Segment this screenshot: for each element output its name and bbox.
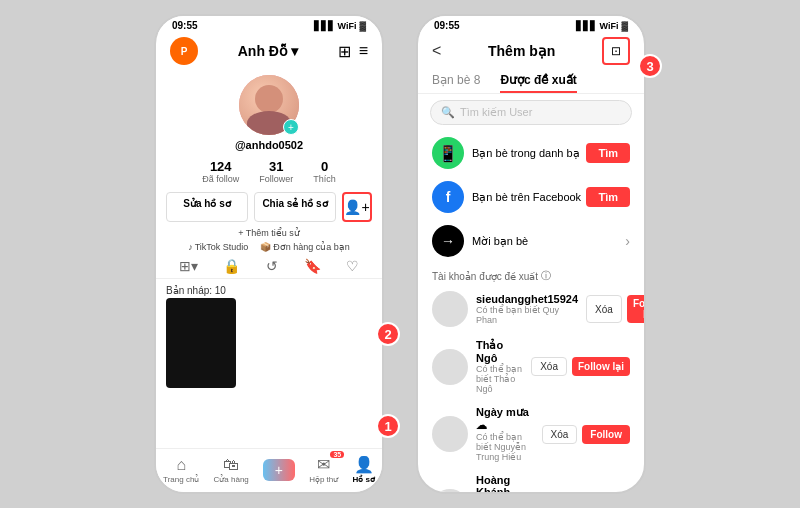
tiktok-links: ♪ TikTok Studio 📦 Đơn hàng của bạn — [156, 240, 382, 254]
user-actions-1: Xóa Follow lại — [531, 357, 630, 376]
edit-profile-button[interactable]: Sửa hồ sơ — [166, 192, 248, 222]
grid-tab[interactable]: ⊞▾ — [179, 258, 198, 274]
chevron-icon[interactable]: ▾ — [291, 43, 298, 59]
orders-link[interactable]: 📦 Đơn hàng của bạn — [260, 242, 350, 252]
user-row: sieudangghet15924 Có thể bạn biết Quy Ph… — [418, 285, 644, 333]
stat-followers[interactable]: 31 Follower — [259, 159, 293, 184]
user-info-1: Thảo Ngô Có thể bạn biết Thảo Ngô — [476, 339, 523, 394]
delete-button-0[interactable]: Xóa — [586, 295, 622, 323]
like-tab[interactable]: ♡ — [346, 258, 359, 274]
user-name-3: Hoàng Khánh Linh — [476, 474, 534, 494]
right-phone: 09:55 ▋▋▋ WiFi ▓ < Thêm bạn ⊡ Bạn bè 8 Đ… — [416, 14, 646, 494]
follow-button-2[interactable]: Follow — [582, 425, 630, 444]
profile-p-icon[interactable]: P — [170, 37, 198, 65]
search-bar[interactable]: 🔍 Tìm kiếm User — [430, 100, 632, 125]
find-contacts-button[interactable]: Tìm — [586, 143, 630, 163]
grid-icon[interactable]: ⊞ — [338, 42, 351, 61]
user-avatar-0 — [432, 291, 468, 327]
avatar-section: + @anhdo0502 — [156, 69, 382, 155]
user-avatar-1 — [432, 349, 468, 385]
facebook-option: f Bạn bè trên Facebook Tìm — [418, 175, 644, 219]
left-status-bar: 09:55 ▋▋▋ WiFi ▓ — [156, 16, 382, 33]
user-info-2: Ngày mưa ☁ Có thể bạn biết Nguyễn Trung … — [476, 406, 534, 462]
user-row-2: Ngày mưa ☁ Có thể bạn biết Nguyễn Trung … — [418, 400, 644, 468]
user-name-2: Ngày mưa ☁ — [476, 406, 534, 432]
avatar-plus-icon[interactable]: + — [283, 119, 299, 135]
contacts-icon: 📱 — [432, 137, 464, 169]
left-time: 09:55 — [172, 20, 198, 31]
signal-icon: ▋▋▋ — [314, 21, 335, 31]
nav-inbox[interactable]: ✉ 35 Hộp thư — [309, 455, 338, 484]
menu-icon[interactable]: ≡ — [359, 42, 368, 60]
battery-icon: ▓ — [359, 21, 366, 31]
user-avatar-2 — [432, 416, 468, 452]
bio-section[interactable]: + Thêm tiểu sử — [156, 226, 382, 240]
user-avatar-3 — [432, 489, 468, 494]
contacts-label: Bạn bè trong danh bạ — [472, 147, 580, 160]
drafts-section: Bản nháp: 10 — [156, 279, 382, 390]
find-facebook-button[interactable]: Tìm — [586, 187, 630, 207]
draft-video[interactable] — [166, 298, 236, 388]
bottom-nav: ⌂ Trang chủ 🛍 Cửa hàng + ✉ 35 Hộp thư 👤 — [156, 448, 382, 492]
annotation-badge-3: 3 — [638, 54, 662, 78]
follow-lai-button-0[interactable]: Follow lại — [627, 295, 646, 323]
qr-button[interactable]: ⊡ — [602, 37, 630, 65]
invite-icon: → — [432, 225, 464, 257]
nav-profile[interactable]: 👤 Hồ sơ — [352, 455, 374, 484]
invite-option[interactable]: → Mời bạn bè › — [418, 219, 644, 263]
search-placeholder: Tìm kiếm User — [460, 106, 532, 119]
user-info-0: sieudangghet15924 Có thể bạn biết Quy Ph… — [476, 293, 578, 325]
lock-tab[interactable]: 🔒 — [223, 258, 240, 274]
delete-button-2[interactable]: Xóa — [542, 425, 578, 444]
inbox-badge-count: 35 — [330, 451, 344, 458]
user-name-1: Thảo Ngô — [476, 339, 523, 364]
back-button[interactable]: < — [432, 42, 441, 60]
add-friend-button[interactable]: 👤+ — [342, 192, 372, 222]
page-title: Thêm bạn — [488, 43, 555, 59]
user-mutual-2: Có thể bạn biết Nguyễn Trung Hiếu — [476, 432, 534, 462]
user-actions-2: Xóa Follow — [542, 425, 630, 444]
left-status-icons: ▋▋▋ WiFi ▓ — [314, 21, 366, 31]
stat-following[interactable]: 124 Đã follow — [202, 159, 239, 184]
annotation-badge-2: 2 — [376, 322, 400, 346]
invite-option-left: → Mời bạn bè — [432, 225, 528, 257]
tiktok-icon: ♪ — [188, 242, 193, 252]
right-wifi-icon: WiFi — [600, 21, 619, 31]
create-icon[interactable]: + — [263, 459, 295, 481]
nav-shop[interactable]: 🛍 Cửa hàng — [214, 456, 249, 484]
orders-icon: 📦 — [260, 242, 271, 252]
search-icon: 🔍 — [441, 106, 455, 119]
invite-label: Mời bạn bè — [472, 235, 528, 248]
repost-tab[interactable]: ↺ — [266, 258, 278, 274]
suggested-header: Tài khoản được đề xuất ⓘ — [418, 263, 644, 285]
tiktok-studio-link[interactable]: ♪ TikTok Studio — [188, 242, 248, 252]
tab-suggested[interactable]: Được đề xuất — [500, 69, 576, 93]
home-icon: ⌂ — [176, 456, 186, 474]
user-mutual-1: Có thể bạn biết Thảo Ngô — [476, 364, 523, 394]
drafts-label: Bản nháp: 10 — [166, 281, 372, 298]
profile-icon: 👤 — [354, 455, 374, 474]
contacts-option-left: 📱 Bạn bè trong danh bạ — [432, 137, 580, 169]
left-phone: 09:55 ▋▋▋ WiFi ▓ P Anh Đỗ ▾ ⊞ ≡ — [154, 14, 384, 494]
info-icon: ⓘ — [541, 269, 551, 283]
nav-create[interactable]: + — [263, 459, 295, 481]
more-arrow-icon: › — [625, 233, 630, 249]
shop-icon: 🛍 — [223, 456, 239, 474]
user-actions-0: Xóa Follow lại — [586, 295, 646, 323]
follow-lai-button-1[interactable]: Follow lại — [572, 357, 630, 376]
user-row-1: Thảo Ngô Có thể bạn biết Thảo Ngô Xóa Fo… — [418, 333, 644, 400]
tab-friends[interactable]: Bạn bè 8 — [432, 69, 480, 93]
wifi-icon: WiFi — [338, 21, 357, 31]
save-tab[interactable]: 🔖 — [304, 258, 321, 274]
facebook-label: Bạn bè trên Facebook — [472, 191, 581, 204]
qr-icon-symbol: ⊡ — [611, 44, 621, 58]
user-row-3: Hoàng Khánh Linh Có thể bạn biết Hoàng K… — [418, 468, 644, 494]
stat-likes[interactable]: 0 Thích — [313, 159, 336, 184]
delete-button-1[interactable]: Xóa — [531, 357, 567, 376]
right-status-bar: 09:55 ▋▋▋ WiFi ▓ — [418, 16, 644, 33]
user-info-3: Hoàng Khánh Linh Có thể bạn biết Hoàng K… — [476, 474, 534, 494]
nav-home[interactable]: ⌂ Trang chủ — [163, 456, 199, 484]
share-profile-button[interactable]: Chia sẻ hồ sơ — [254, 192, 336, 222]
facebook-icon: f — [432, 181, 464, 213]
stats-row: 124 Đã follow 31 Follower 0 Thích — [156, 155, 382, 188]
